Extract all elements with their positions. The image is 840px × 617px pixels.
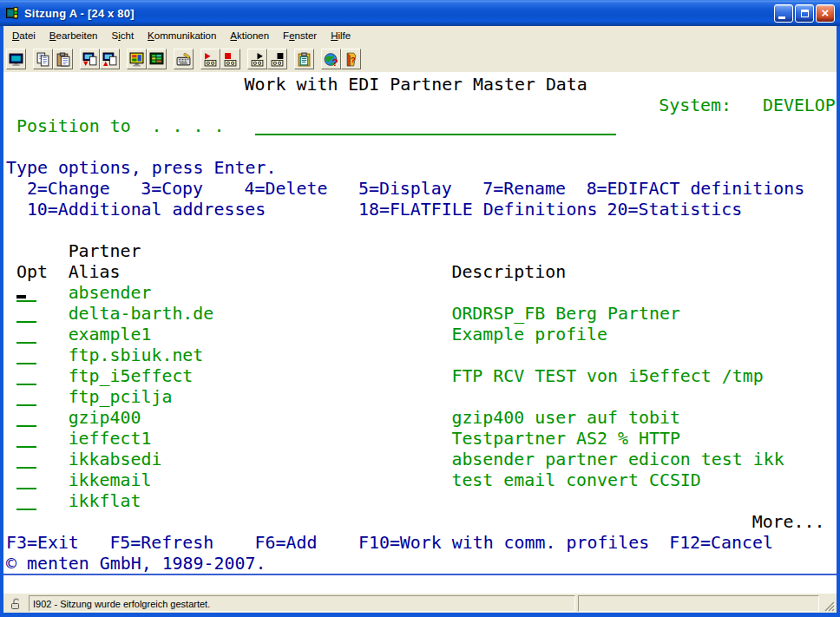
menu-item-kommunikation[interactable]: Kommunikation [141, 28, 223, 43]
web-support-icon[interactable]: ? [321, 49, 341, 69]
option-2: 2=Change [27, 179, 110, 200]
session-icon[interactable] [6, 6, 21, 21]
partner-alias: gzip400 [69, 408, 141, 429]
column-header-alias: Alias [69, 262, 121, 283]
opt-input[interactable] [16, 450, 36, 469]
instructions: Type options, press Enter. [6, 158, 276, 179]
opt-input[interactable] [16, 325, 36, 344]
partner-description: test email convert CCSID [451, 470, 700, 491]
status-message-panel: I902 - Sitzung wurde erfolgreich gestart… [29, 595, 575, 612]
opt-input[interactable] [16, 470, 36, 489]
toolbar: ?? [3, 46, 837, 72]
display-setup-icon[interactable] [127, 49, 147, 69]
menu-item-bearbeiten[interactable]: Bearbeiten [43, 28, 105, 43]
partner-description: FTP RCV TEST von i5effect /tmp [451, 366, 763, 387]
menu-item-hilfe[interactable]: Hilfe [324, 28, 358, 43]
send-file-icon[interactable] [80, 49, 100, 69]
window-title: Sitzung A - [24 x 80] [24, 7, 135, 20]
option-4: 4=Delete [245, 179, 328, 200]
window-controls: × [774, 4, 840, 23]
status-bar: I902 - Sitzung wurde erfolgreich gestart… [3, 594, 837, 613]
maximize-button[interactable] [795, 4, 814, 23]
new-session-icon[interactable] [6, 49, 26, 69]
window-client-area: DateiBearbeitenSichtKommunikationAktione… [3, 26, 837, 613]
column-header-description: Description [451, 262, 566, 283]
play-macro-icon[interactable] [247, 49, 267, 69]
partner-alias: ikkemail [69, 470, 152, 491]
more-indicator: More... [752, 512, 825, 533]
menu-item-sicht[interactable]: Sicht [105, 28, 141, 43]
status-aux-panel [578, 595, 819, 612]
column-header-opt: Opt [16, 262, 48, 283]
option-8: 8=EDIFACT definitions [587, 179, 804, 200]
menu-item-fenster[interactable]: Fenster [276, 28, 324, 43]
partner-alias: ikkflat [69, 491, 141, 512]
function-key-f5: F5=Refresh [109, 533, 213, 554]
help-icon[interactable]: ? [341, 49, 361, 69]
partner-alias: delta-barth.de [69, 304, 214, 325]
svg-text:?: ? [351, 54, 356, 63]
paste-icon[interactable] [53, 49, 73, 69]
opt-input[interactable] [16, 304, 36, 323]
partner-alias: ftp.sbiuk.net [69, 345, 204, 366]
menu-item-datei[interactable]: Datei [5, 28, 43, 43]
record-macro-icon[interactable] [200, 49, 220, 69]
partner-alias: ikkabsedi [69, 450, 162, 470]
partner-description: ORDRSP_FB Berg Partner [451, 304, 679, 325]
opt-input[interactable] [16, 366, 36, 385]
svg-text:?: ? [332, 56, 338, 66]
status-message: I902 - Sitzung wurde erfolgreich gestart… [33, 599, 210, 609]
option-20: 20=Statistics [607, 200, 743, 220]
screen-title: Work with EDI Partner Master Data [245, 75, 587, 95]
option-18: 18=FLATFILE Definitions [358, 200, 597, 220]
application-window: Sitzung A - [24 x 80] × DateiBearbeitenS… [0, 0, 840, 617]
stop-macro-icon[interactable] [267, 49, 287, 69]
copy-icon[interactable] [33, 49, 53, 69]
option-3: 3=Copy [141, 179, 203, 200]
partner-alias: absender [69, 283, 152, 304]
menu-bar: DateiBearbeitenSichtKommunikationAktione… [3, 26, 837, 46]
opt-input[interactable] [16, 408, 36, 427]
opt-input[interactable] [16, 491, 36, 510]
resize-grip[interactable] [822, 595, 835, 612]
connection-status-cell [5, 595, 26, 612]
position-to-label: Position to . . . . [16, 116, 225, 137]
close-icon: × [822, 6, 830, 19]
function-key-f3: F3=Exit [6, 533, 79, 554]
option-7: 7=Rename [482, 179, 566, 200]
unlocked-padlock-icon [10, 597, 23, 610]
partner-alias: ieffect1 [69, 429, 152, 450]
partner-alias: ftp_pcilja [69, 387, 173, 408]
partner-alias: example1 [69, 325, 152, 345]
stop-recording-icon[interactable] [220, 49, 240, 69]
opt-input[interactable] [16, 429, 36, 448]
opt-input[interactable] [16, 387, 36, 406]
opt-input[interactable] [16, 345, 36, 364]
position-to-input[interactable] [255, 116, 617, 135]
keyboard-remap-icon[interactable] [174, 49, 194, 69]
opt-input[interactable] [16, 283, 36, 302]
minimize-button[interactable] [774, 4, 793, 23]
text-cursor [16, 295, 26, 299]
color-mapping-icon[interactable] [147, 49, 167, 69]
partner-description: Testpartner AS2 % HTTP [451, 429, 679, 450]
minimize-icon [778, 16, 785, 19]
system-name: System: DEVELOP [659, 95, 836, 116]
resize-grip-icon [824, 601, 835, 612]
menu-item-aktionen[interactable]: Aktionen [223, 28, 276, 43]
copyright: © menten GmbH, 1989-2007. [6, 554, 266, 574]
function-key-f10: F10=Work with comm. profiles [358, 533, 649, 554]
clipboard-icon[interactable] [294, 49, 314, 69]
window-titlebar[interactable]: Sitzung A - [24 x 80] × [0, 0, 840, 26]
terminal-screen[interactable]: Work with EDI Partner Master DataSystem:… [3, 72, 837, 594]
function-key-f12: F12=Cancel [669, 533, 773, 554]
partner-description: Example profile [451, 325, 607, 345]
partner-description: gzip400 user auf tobit [451, 408, 679, 429]
option-5: 5=Display [358, 179, 452, 200]
partner-alias: ftp_i5effect [69, 366, 194, 387]
maximize-icon [801, 10, 809, 17]
receive-file-icon[interactable] [100, 49, 120, 69]
option-10: 10=Additional addresses [27, 200, 266, 220]
close-button[interactable]: × [816, 4, 835, 23]
partner-description: absender partner edicon test ikk [451, 450, 784, 470]
